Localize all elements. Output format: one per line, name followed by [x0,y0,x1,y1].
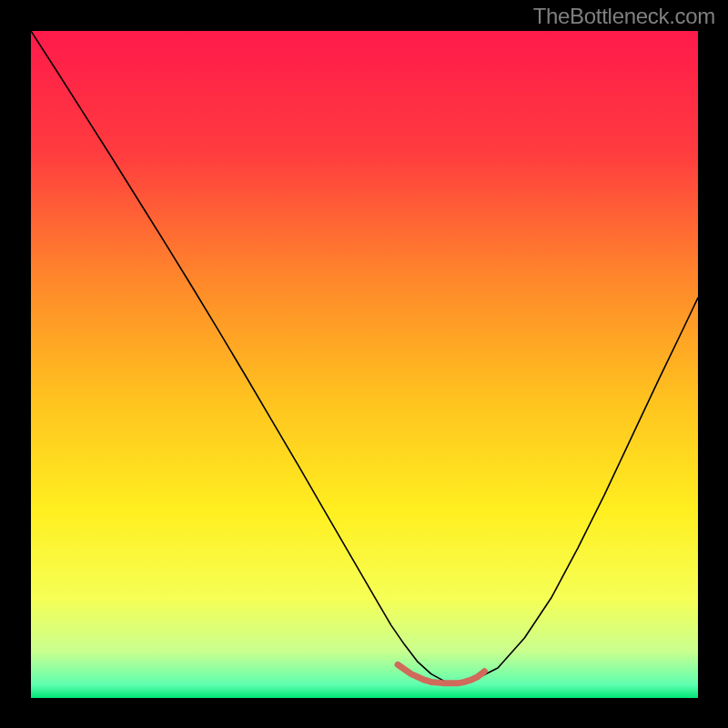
plot-area [31,31,698,698]
gradient-background [31,31,698,698]
chart-svg [31,31,698,698]
watermark-text: TheBottleneck.com [533,4,715,29]
chart-frame: TheBottleneck.com [0,0,728,728]
